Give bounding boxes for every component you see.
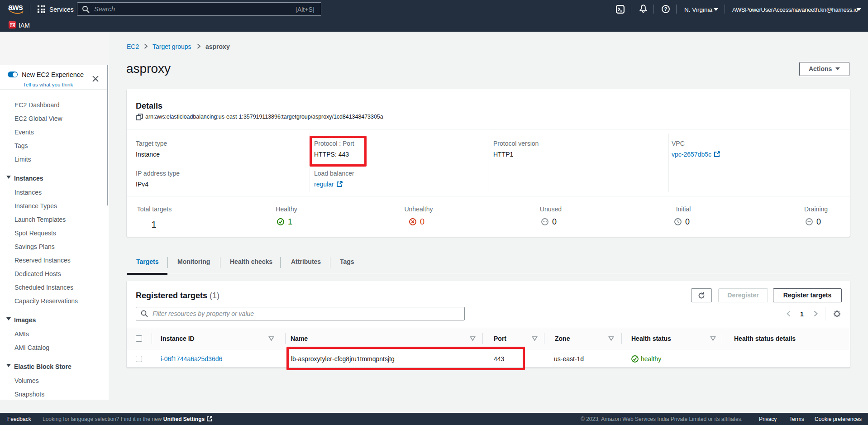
svg-text:aws: aws <box>8 3 23 12</box>
svg-text:?: ? <box>664 6 667 12</box>
